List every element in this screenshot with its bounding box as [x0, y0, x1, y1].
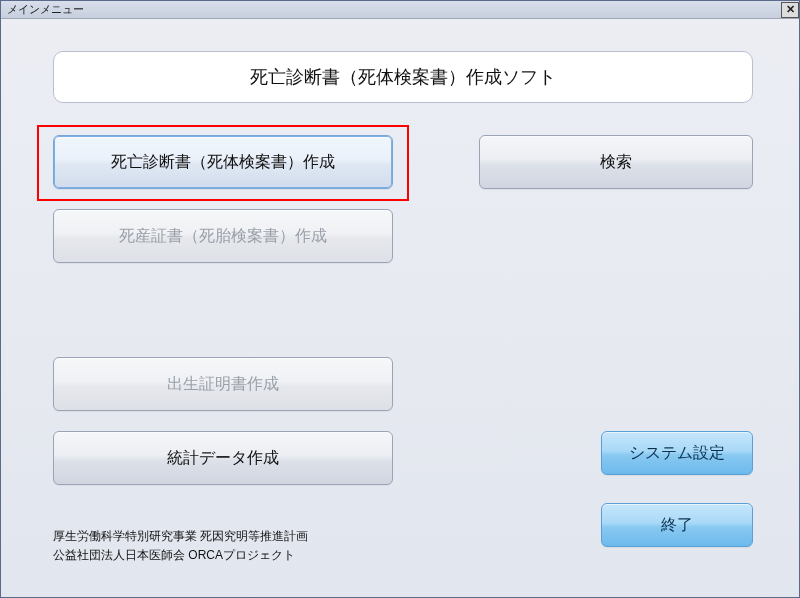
- button-label: 検索: [600, 152, 632, 173]
- button-label: 出生証明書作成: [167, 374, 279, 395]
- button-label: システム設定: [629, 443, 725, 464]
- search-button[interactable]: 検索: [479, 135, 753, 189]
- button-label: 死産証書（死胎検案書）作成: [119, 226, 327, 247]
- close-button[interactable]: ✕: [781, 2, 799, 18]
- button-label: 終了: [661, 515, 693, 536]
- client-area: 死亡診断書（死体検案書）作成ソフト 死亡診断書（死体検案書）作成 検索 死産証書…: [5, 21, 795, 593]
- app-title: 死亡診断書（死体検案書）作成ソフト: [250, 65, 556, 89]
- button-label: 死亡診断書（死体検案書）作成: [111, 152, 335, 173]
- window-title: メインメニュー: [7, 2, 84, 17]
- create-statistics-button[interactable]: 統計データ作成: [53, 431, 393, 485]
- titlebar: メインメニュー ✕: [1, 1, 799, 19]
- main-window: メインメニュー ✕ 死亡診断書（死体検案書）作成ソフト 死亡診断書（死体検案書）…: [0, 0, 800, 598]
- create-birth-cert-button: 出生証明書作成: [53, 357, 393, 411]
- button-label: 統計データ作成: [167, 448, 279, 469]
- close-icon: ✕: [786, 4, 795, 15]
- app-title-panel: 死亡診断書（死体検案書）作成ソフト: [53, 51, 753, 103]
- exit-button[interactable]: 終了: [601, 503, 753, 547]
- footer-text: 厚生労働科学特別研究事業 死因究明等推進計画 公益社団法人日本医師会 ORCAプ…: [53, 527, 308, 565]
- footer-line2: 公益社団法人日本医師会 ORCAプロジェクト: [53, 546, 308, 565]
- create-stillbirth-cert-button: 死産証書（死胎検案書）作成: [53, 209, 393, 263]
- create-death-cert-button[interactable]: 死亡診断書（死体検案書）作成: [53, 135, 393, 189]
- footer-line1: 厚生労働科学特別研究事業 死因究明等推進計画: [53, 527, 308, 546]
- system-settings-button[interactable]: システム設定: [601, 431, 753, 475]
